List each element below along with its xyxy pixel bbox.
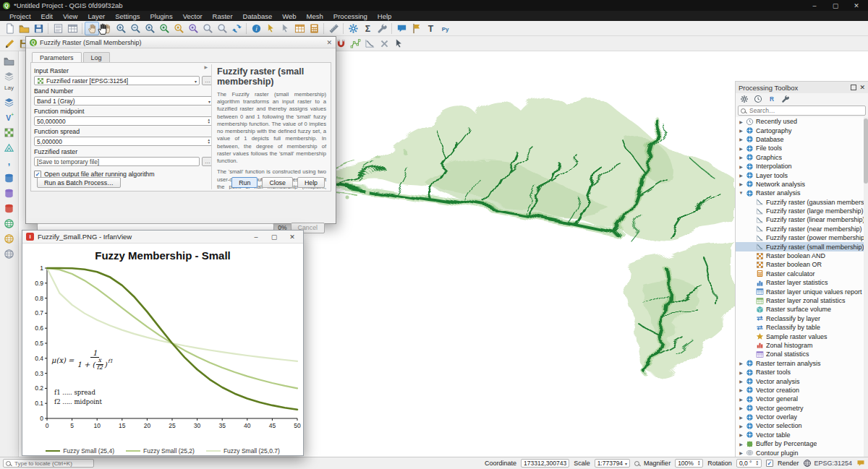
close-button[interactable]: [848, 0, 865, 11]
new-bookmark-button[interactable]: ▾: [409, 22, 423, 35]
toolbox-item[interactable]: ▶ Recently used: [736, 117, 868, 126]
menu-item[interactable]: Processing: [328, 11, 373, 21]
dialog-tab[interactable]: Log: [83, 52, 110, 63]
layers-panel-button[interactable]: [2, 69, 17, 82]
menu-item[interactable]: Project: [4, 11, 36, 21]
run-as-batch-button[interactable]: Run as Batch Process…: [37, 177, 121, 188]
toolbox-item[interactable]: ▶ Vector table: [736, 431, 868, 439]
menu-item[interactable]: Help: [373, 11, 397, 21]
menu-item[interactable]: Mesh: [302, 11, 328, 21]
toolbox-item[interactable]: Zonal statistics: [736, 350, 868, 358]
toggle-editing-button[interactable]: ▾: [2, 37, 17, 51]
new-project-button[interactable]: ▾: [2, 22, 17, 35]
toolbox-item[interactable]: Reclassify by layer: [736, 314, 868, 323]
expand-chevron-icon[interactable]: ▶: [739, 181, 744, 186]
zoom-in-button[interactable]: ▾: [114, 22, 128, 35]
zoom-last-button[interactable]: ▾: [200, 22, 215, 35]
toolbar-button[interactable]: ▾: [389, 22, 394, 35]
menu-item[interactable]: Settings: [110, 11, 145, 21]
toolbox-item[interactable]: Raster layer unique values report: [736, 287, 868, 296]
add-oracle-layer-button[interactable]: [2, 202, 17, 215]
toolbox-item[interactable]: ▼ Raster analysis: [736, 189, 868, 197]
toolbox-item[interactable]: ▶ Interpolation: [736, 162, 868, 171]
toolbox-item[interactable]: Fuzzify raster (power membership): [736, 233, 868, 242]
output-path-field[interactable]: [Save to temporary file]: [34, 157, 200, 166]
iv-maximize-button[interactable]: [267, 231, 281, 242]
maximize-button[interactable]: [827, 0, 844, 11]
toolbox-item[interactable]: ▶ Raster tools: [736, 368, 868, 377]
render-checkbox[interactable]: [766, 460, 773, 467]
toolbox-item[interactable]: ▶ Cartography: [736, 126, 868, 134]
expand-chevron-icon[interactable]: ▶: [739, 415, 744, 420]
zoom-full-button[interactable]: ▾: [157, 22, 171, 35]
locate-input[interactable]: [13, 460, 91, 468]
toolbox-item[interactable]: ▶ Vector geometry: [736, 404, 868, 413]
toolbar-button[interactable]: ▾: [341, 22, 346, 35]
layout-manager-button[interactable]: ▾: [65, 22, 80, 35]
toolbox-item[interactable]: Raster surface volume: [736, 305, 868, 314]
toolbox-item[interactable]: Raster boolean AND: [736, 251, 868, 260]
iv-close-button[interactable]: [285, 231, 299, 242]
toolbox-item[interactable]: Raster boolean OR: [736, 260, 868, 269]
toolbox-item[interactable]: ▶ Vector overlay: [736, 413, 868, 421]
toolbar-button[interactable]: ▾: [244, 22, 249, 35]
crs-button[interactable]: EPSG:31254: [803, 459, 852, 468]
expand-chevron-icon[interactable]: ▶: [739, 387, 744, 392]
scale-combo[interactable]: 1:773794: [595, 459, 630, 468]
search-input[interactable]: [748, 106, 863, 115]
expand-chevron-icon[interactable]: ▶: [739, 450, 744, 455]
open-project-button[interactable]: ▾: [17, 22, 31, 35]
toolbox-item[interactable]: Reclassify by table: [736, 323, 868, 332]
help-button[interactable]: Help: [297, 177, 325, 188]
dialog-close-icon[interactable]: ✕: [326, 39, 332, 46]
toolbox-item[interactable]: Raster layer zonal statistics: [736, 296, 868, 305]
menu-item[interactable]: Web: [277, 11, 301, 21]
toolbar-button[interactable]: ▾: [321, 22, 326, 35]
toolbox-button[interactable]: ▾: [375, 22, 389, 35]
toolbox-item[interactable]: ▶ Vector selection: [736, 421, 868, 430]
open-attribute-table-button[interactable]: ▾: [292, 22, 307, 35]
expand-chevron-icon[interactable]: ▶: [739, 137, 744, 142]
spin-arrows-icon[interactable]: ▲▼: [755, 460, 758, 466]
close-dialog-button[interactable]: Close: [262, 177, 293, 188]
coordinate-value[interactable]: 173312,300743: [521, 459, 569, 468]
expand-chevron-icon[interactable]: ▶: [739, 155, 744, 160]
input-raster-combo[interactable]: Fuzzified raster [EPSG:31254]: [34, 76, 200, 85]
processing-toolbox-button[interactable]: ▾: [346, 22, 360, 35]
toolbox-search-box[interactable]: [738, 106, 866, 116]
expand-chevron-icon[interactable]: ▶: [739, 361, 744, 366]
add-vector-layer-button[interactable]: [2, 111, 17, 124]
history-button[interactable]: [752, 94, 764, 105]
add-wfs-layer-button[interactable]: [2, 232, 17, 245]
data-source-manager-button[interactable]: [2, 95, 17, 108]
save-project-button[interactable]: ▾: [31, 22, 46, 35]
expand-chevron-icon[interactable]: ▶: [739, 370, 744, 375]
r-scripts-button[interactable]: [765, 94, 778, 105]
toolbox-item[interactable]: Fuzzify raster (linear membership): [736, 215, 868, 224]
identify-features-button[interactable]: ▾: [249, 22, 263, 35]
minimize-button[interactable]: [806, 0, 823, 11]
new-print-layout-button[interactable]: ▾: [51, 22, 65, 35]
add-postgis-layer-button[interactable]: [2, 171, 17, 184]
topological-editing-button[interactable]: ▾: [348, 37, 362, 51]
clear-edits-button[interactable]: ▾: [377, 37, 391, 51]
iv-minimize-button[interactable]: [249, 231, 263, 242]
run-button[interactable]: Run: [231, 177, 258, 188]
toolbox-item[interactable]: ▶ Vector creation: [736, 386, 868, 395]
add-wms-layer-button[interactable]: [2, 217, 17, 230]
pan-map-button[interactable]: ▾: [85, 22, 99, 35]
toolbox-item[interactable]: ▶ Database: [736, 135, 868, 144]
expand-chevron-icon[interactable]: ▶: [739, 173, 744, 178]
expand-chevron-icon[interactable]: ▶: [739, 405, 744, 410]
statistics-panel-button[interactable]: ▾: [360, 22, 375, 35]
toolbox-item[interactable]: ▶ File tools: [736, 144, 868, 152]
rotation-spinbox[interactable]: 0,0 °▲▼: [736, 459, 762, 468]
menu-item[interactable]: Raster: [208, 11, 238, 21]
field-calculator-button[interactable]: ▾: [307, 22, 321, 35]
toolbox-item[interactable]: ▶ Graphics: [736, 153, 868, 162]
pan-to-selection-button[interactable]: ▾: [99, 22, 114, 35]
options-button[interactable]: [779, 94, 791, 105]
toolbox-item[interactable]: ▶ Buffer by Percentage: [736, 439, 868, 448]
band-combo[interactable]: Band 1 (Gray): [34, 96, 213, 106]
menu-item[interactable]: Database: [238, 11, 278, 21]
